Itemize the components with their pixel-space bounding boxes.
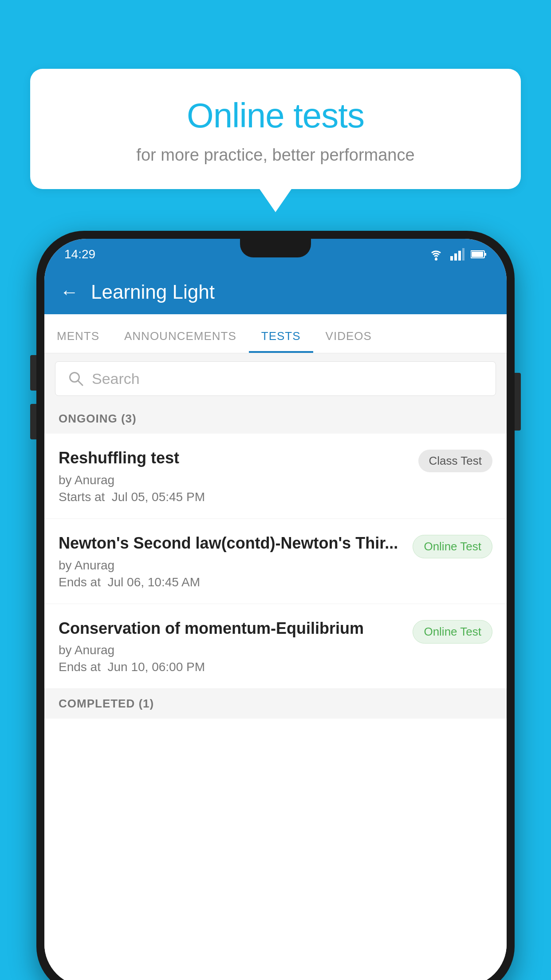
app-title: Learning Light bbox=[91, 281, 215, 303]
test-name-3: Conservation of momentum-Equilibrium bbox=[59, 618, 404, 639]
test-item-newtons[interactable]: Newton's Second law(contd)-Newton's Thir… bbox=[44, 519, 507, 604]
test-name-1: Reshuffling test bbox=[59, 448, 409, 469]
svg-rect-6 bbox=[484, 253, 486, 256]
search-icon bbox=[68, 371, 84, 387]
bubble-subtitle: for more practice, better performance bbox=[52, 146, 499, 165]
status-time: 14:29 bbox=[64, 247, 95, 261]
svg-rect-4 bbox=[462, 248, 464, 261]
search-placeholder: Search bbox=[92, 370, 140, 387]
test-by-2: by Anurag bbox=[59, 558, 404, 573]
svg-rect-7 bbox=[472, 252, 483, 257]
app-header: ← Learning Light bbox=[44, 270, 507, 314]
tabs-container: MENTS ANNOUNCEMENTS TESTS VIDEOS bbox=[44, 314, 507, 353]
volume-down-button bbox=[30, 404, 36, 439]
status-bar: 14:29 bbox=[44, 239, 507, 270]
status-icons bbox=[428, 248, 487, 261]
battery-icon bbox=[471, 249, 487, 259]
speech-bubble: Online tests for more practice, better p… bbox=[30, 69, 521, 189]
tab-tests[interactable]: TESTS bbox=[249, 329, 313, 353]
phone-screen: 14:29 bbox=[44, 239, 507, 980]
signal-icon bbox=[450, 248, 464, 261]
svg-rect-1 bbox=[450, 256, 453, 261]
test-by-3: by Anurag bbox=[59, 643, 404, 657]
search-bar[interactable]: Search bbox=[55, 361, 496, 396]
test-badge-2: Online Test bbox=[413, 535, 492, 558]
test-item-conservation[interactable]: Conservation of momentum-Equilibrium by … bbox=[44, 604, 507, 689]
test-info-3: Conservation of momentum-Equilibrium by … bbox=[59, 618, 404, 675]
tab-ments[interactable]: MENTS bbox=[44, 329, 112, 353]
ongoing-section-header: ONGOING (3) bbox=[44, 404, 507, 434]
tab-announcements[interactable]: ANNOUNCEMENTS bbox=[112, 329, 249, 353]
test-item-reshuffling[interactable]: Reshuffling test by Anurag Starts at Jul… bbox=[44, 434, 507, 519]
test-by-1: by Anurag bbox=[59, 473, 409, 487]
test-badge-3: Online Test bbox=[413, 620, 492, 644]
back-button[interactable]: ← bbox=[60, 281, 79, 303]
wifi-icon bbox=[428, 248, 444, 261]
speech-bubble-box: Online tests for more practice, better p… bbox=[30, 69, 521, 189]
test-name-2: Newton's Second law(contd)-Newton's Thir… bbox=[59, 533, 404, 554]
power-button bbox=[515, 373, 521, 431]
completed-section-header: COMPLETED (1) bbox=[44, 689, 507, 719]
svg-point-0 bbox=[435, 258, 437, 261]
notch bbox=[240, 239, 311, 257]
test-info-1: Reshuffling test by Anurag Starts at Jul… bbox=[59, 448, 409, 504]
test-date-3: Ends at Jun 10, 06:00 PM bbox=[59, 660, 404, 674]
test-date-2: Ends at Jul 06, 10:45 AM bbox=[59, 575, 404, 589]
phone-frame: 14:29 bbox=[36, 231, 515, 980]
svg-rect-3 bbox=[458, 251, 461, 261]
volume-up-button bbox=[30, 355, 36, 391]
tests-list: Reshuffling test by Anurag Starts at Jul… bbox=[44, 434, 507, 980]
bubble-title: Online tests bbox=[52, 95, 499, 136]
test-info-2: Newton's Second law(contd)-Newton's Thir… bbox=[59, 533, 404, 589]
svg-rect-2 bbox=[454, 253, 457, 261]
tab-videos[interactable]: VIDEOS bbox=[313, 329, 384, 353]
test-date-1: Starts at Jul 05, 05:45 PM bbox=[59, 490, 409, 504]
search-bar-container: Search bbox=[44, 353, 507, 404]
test-badge-1: Class Test bbox=[418, 450, 492, 472]
svg-line-9 bbox=[78, 381, 83, 385]
